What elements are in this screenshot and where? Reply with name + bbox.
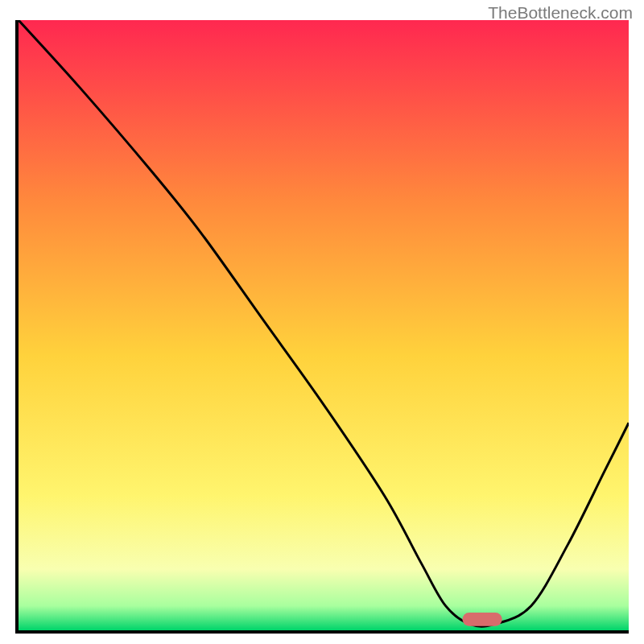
optimal-marker xyxy=(462,613,502,626)
chart-container: TheBottleneck.com xyxy=(0,0,644,644)
watermark-text: TheBottleneck.com xyxy=(488,3,633,23)
chart-svg xyxy=(19,20,629,630)
gradient-background xyxy=(19,20,629,630)
